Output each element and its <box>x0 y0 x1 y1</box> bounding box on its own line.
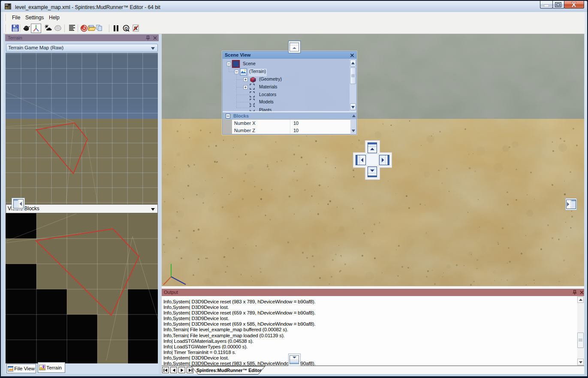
svg-text:Q: Q <box>124 26 127 30</box>
